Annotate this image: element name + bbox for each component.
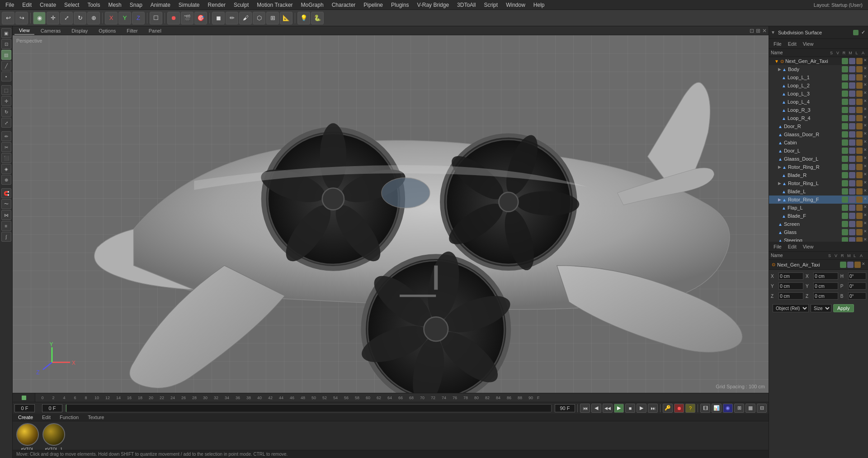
play-button[interactable]: ▶	[614, 404, 624, 413]
body-eye-ctrl[interactable]	[842, 66, 848, 72]
view-tab[interactable]: View	[14, 27, 34, 35]
go-start-button[interactable]: ⏮	[580, 404, 590, 413]
autokey-button2[interactable]: ◉	[723, 404, 733, 413]
menu-animate[interactable]: Animate	[147, 1, 174, 9]
tree-loop-r4[interactable]: ▲ Loop_R_4 ✕	[769, 114, 868, 122]
menu-plugins[interactable]: Plugins	[387, 1, 412, 9]
root-render-ctrl[interactable]	[856, 58, 863, 64]
menu-3dtoall[interactable]: 3DToAll	[453, 1, 479, 9]
menu-tools[interactable]: Tools	[84, 1, 104, 9]
root-eye-ctrl[interactable]	[842, 58, 848, 64]
transform-button[interactable]: ⊕	[87, 12, 100, 24]
next-frame-button[interactable]: ▶	[637, 404, 646, 413]
attr-x2-input[interactable]	[813, 272, 838, 280]
loop-l1-render-ctrl[interactable]	[856, 74, 863, 81]
tree-loop-l2[interactable]: ▲ Loop_L_2 ✕	[769, 81, 868, 90]
root-delete-ctrl[interactable]: ✕	[863, 58, 867, 64]
options-tab[interactable]: Options	[94, 27, 120, 34]
menu-render[interactable]: Render	[204, 1, 229, 9]
material-swatch-1[interactable]: eVTOL_1	[42, 423, 65, 451]
scale-tool-btn[interactable]: ⤢	[1, 118, 11, 128]
select-tool-btn[interactable]: ⬚	[1, 85, 11, 95]
attr-y2-input[interactable]	[813, 282, 838, 290]
move-button[interactable]: ✛	[47, 12, 59, 24]
menu-sculpt[interactable]: Sculpt	[230, 1, 252, 9]
display-tab[interactable]: Display	[67, 27, 92, 34]
object-mode-button[interactable]: ☐	[150, 12, 162, 24]
tree-door-l[interactable]: ▲ Door_L ✕	[769, 147, 868, 155]
tree-glass-door-r[interactable]: ▲ Glaass_Door_R ✕	[769, 130, 868, 138]
brush-btn[interactable]: ✏	[226, 12, 238, 24]
hair-btn[interactable]: ≡	[1, 221, 11, 231]
viewport[interactable]: Perspective	[13, 35, 769, 393]
x-axis-button[interactable]: X	[105, 12, 118, 24]
menu-pipeline[interactable]: Pipeline	[360, 1, 387, 9]
om-view-menu[interactable]: View	[800, 40, 816, 48]
mat-function-tab[interactable]: Function	[56, 414, 82, 421]
rotate-button[interactable]: ↻	[74, 12, 86, 24]
key-button[interactable]: 🔑	[663, 404, 673, 413]
poly-pen-btn[interactable]: ✏	[1, 131, 11, 141]
menu-character[interactable]: Character	[328, 1, 359, 9]
loop-l2-lock[interactable]	[849, 82, 855, 89]
om-object-menu[interactable]	[817, 43, 822, 45]
animate-button[interactable]: ▦	[745, 404, 755, 413]
menu-vray[interactable]: V-Ray Bridge	[413, 1, 453, 9]
close-viewport-icon[interactable]: ✕	[762, 28, 767, 34]
menu-file[interactable]: File	[2, 1, 18, 9]
tree-blade-f[interactable]: ▲ Blade_F ✕	[769, 212, 868, 220]
selected-object-row[interactable]: ⊙ Next_Gen_Air_Taxi ✕	[769, 260, 868, 270]
z-axis-button[interactable]: Z	[132, 12, 145, 24]
apply-button[interactable]: Apply	[833, 304, 854, 312]
move-tool-btn[interactable]: ✛	[1, 96, 11, 106]
frame-start-input[interactable]	[42, 404, 62, 412]
rotate-tool-btn[interactable]: ↻	[1, 107, 11, 117]
mat-edit-tab[interactable]: Edit	[38, 414, 54, 421]
bevel-btn[interactable]: ◈	[1, 164, 11, 174]
timeline[interactable]: 0 2 4 6 8 10 12 14 16 18 20 22 24 26 28 …	[13, 393, 769, 402]
record-button[interactable]: ⏺	[167, 12, 180, 24]
light-btn[interactable]: 💡	[297, 12, 310, 24]
sel-del[interactable]: ✕	[862, 262, 865, 268]
material-swatch-0[interactable]: eVTOL	[16, 423, 39, 451]
weld-btn[interactable]: ⊕	[1, 175, 11, 185]
go-end-button[interactable]: ⏭	[648, 404, 658, 413]
tree-blade-l[interactable]: ▲ Blade_L ✕	[769, 187, 868, 196]
tree-blade-r[interactable]: ▲ Blade_R ✕	[769, 171, 868, 179]
measure-btn[interactable]: 📐	[280, 12, 292, 24]
root-lock-ctrl[interactable]	[849, 58, 855, 64]
subdiv-eye-ctrl[interactable]	[853, 29, 859, 36]
menu-select[interactable]: Select	[61, 1, 83, 9]
snap-btn[interactable]: ⊞	[266, 12, 279, 24]
y-axis-button[interactable]: Y	[118, 12, 131, 24]
current-frame-input[interactable]	[14, 404, 35, 412]
om-edit-menu[interactable]: Edit	[785, 40, 799, 48]
frame-end-input[interactable]	[555, 404, 575, 412]
tree-loop-l1[interactable]: ▲ Loop_L_1 ✕	[769, 73, 868, 81]
fullscreen-icon[interactable]: ⊡	[750, 28, 754, 34]
prev-frame-button[interactable]: ◀	[591, 404, 601, 413]
loop-l1-lock-ctrl[interactable]	[849, 74, 855, 81]
filter-tab[interactable]: Filter	[122, 27, 142, 34]
timeline-button[interactable]: 📊	[712, 404, 722, 413]
menu-motion-tracker[interactable]: Motion Tracker	[253, 1, 296, 9]
tree-glass[interactable]: ▲ Glass ✕	[769, 228, 868, 236]
panel-tab[interactable]: Panel	[144, 27, 166, 34]
tree-body[interactable]: ▶ ▲ Body ✕	[769, 65, 868, 73]
attr-edit-menu[interactable]: Edit	[785, 243, 799, 250]
subdiv-check-ctrl[interactable]: ✓	[860, 29, 866, 36]
attr-y-pos-input[interactable]	[778, 282, 803, 290]
select-btn[interactable]: ⬡	[253, 12, 265, 24]
play-reverse-button[interactable]: ◀◀	[603, 404, 613, 413]
smooth-btn[interactable]: 〜	[1, 199, 11, 209]
attr-view-menu[interactable]: View	[800, 243, 816, 250]
loop-l2-render[interactable]	[856, 82, 863, 89]
cut-btn[interactable]: ✂	[1, 142, 11, 152]
python-btn[interactable]: 🐍	[311, 12, 324, 24]
mat-texture-tab[interactable]: Texture	[84, 414, 108, 421]
attr-h-input[interactable]	[848, 272, 866, 280]
tree-cabin[interactable]: ▲ Cabin ✕	[769, 138, 868, 147]
tree-rotor-ring-r[interactable]: ▶ ▲ Rotor_Ring_R ✕	[769, 163, 868, 171]
attr-b-input[interactable]	[848, 292, 866, 300]
menu-mesh[interactable]: Mesh	[104, 1, 125, 9]
